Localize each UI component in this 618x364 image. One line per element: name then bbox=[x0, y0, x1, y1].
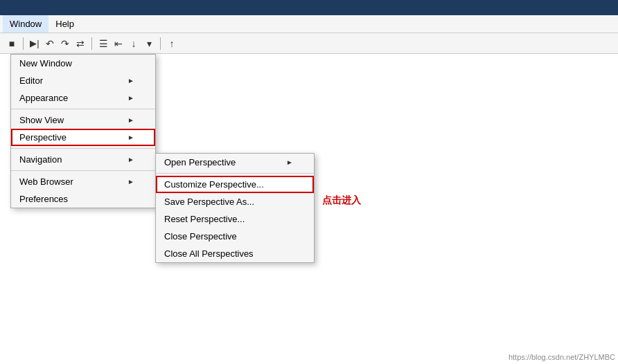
toolbar: ■ ▶| ↶ ↷ ⇄ ☰ ⇤ ↓ ▾ ↑ bbox=[0, 33, 618, 54]
toolbar-dropdown-icon[interactable]: ▾ bbox=[143, 37, 155, 50]
watermark: https://blog.csdn.net/ZHYLMBC bbox=[509, 353, 615, 361]
window-menu: New Window Editor ► Appearance ► Show Vi… bbox=[10, 54, 156, 208]
menu-separator-1 bbox=[11, 109, 155, 109]
toolbar-list-icon[interactable]: ☰ bbox=[97, 37, 109, 50]
arrow-right-icon: ► bbox=[127, 178, 134, 185]
toolbar-sep3 bbox=[160, 37, 161, 50]
menu-item-navigation[interactable]: Navigation ► bbox=[11, 151, 155, 168]
toolbar-refresh1-icon[interactable]: ↶ bbox=[44, 37, 56, 50]
main-content: New Window Editor ► Appearance ► Show Vi… bbox=[0, 54, 618, 364]
toolbar-sep1 bbox=[23, 37, 24, 50]
submenu-reset-perspective[interactable]: Reset Perspective... bbox=[156, 210, 314, 228]
menu-item-appearance[interactable]: Appearance ► bbox=[11, 89, 155, 107]
submenu-save-perspective-as[interactable]: Save Perspective As... bbox=[156, 193, 314, 210]
menu-item-editor[interactable]: Editor ► bbox=[11, 72, 155, 89]
arrow-right-icon: ► bbox=[127, 94, 134, 102]
menu-separator-3 bbox=[11, 170, 155, 171]
menu-item-new-window[interactable]: New Window bbox=[11, 55, 155, 72]
toolbar-up-icon[interactable]: ↑ bbox=[166, 37, 178, 50]
toolbar-sep2 bbox=[91, 37, 92, 50]
submenu-close-perspective[interactable]: Close Perspective bbox=[156, 228, 314, 245]
toolbar-backtab-icon[interactable]: ⇤ bbox=[112, 37, 125, 50]
arrow-right-icon: ► bbox=[286, 158, 293, 166]
submenu-customize-perspective[interactable]: Customize Perspective... bbox=[156, 176, 314, 193]
arrow-right-icon: ► bbox=[127, 156, 134, 163]
arrow-right-icon: ► bbox=[127, 134, 134, 141]
toolbar-down-icon[interactable]: ↓ bbox=[127, 37, 140, 50]
submenu-open-perspective[interactable]: Open Perspective ► bbox=[156, 154, 314, 171]
annotation-text: 点击进入 bbox=[322, 194, 361, 207]
arrow-right-icon: ► bbox=[127, 77, 134, 84]
toolbar-swap-icon[interactable]: ⇄ bbox=[74, 37, 87, 50]
toolbar-refresh2-icon[interactable]: ↷ bbox=[59, 37, 71, 50]
menu-separator-2 bbox=[11, 148, 155, 149]
menu-item-show-view[interactable]: Show View ► bbox=[11, 111, 155, 129]
menu-item-perspective[interactable]: Perspective ► bbox=[11, 129, 155, 146]
arrow-right-icon: ► bbox=[127, 116, 134, 124]
menu-item-web-browser[interactable]: Web Browser ► bbox=[11, 173, 155, 190]
submenu-separator-1 bbox=[156, 173, 314, 174]
toolbar-run-icon[interactable]: ▶| bbox=[28, 37, 41, 50]
title-bar bbox=[0, 0, 618, 15]
menu-window[interactable]: Window bbox=[3, 15, 48, 33]
menu-bar: Window Help bbox=[0, 15, 618, 33]
menu-item-preferences[interactable]: Preferences bbox=[11, 190, 155, 208]
menu-help[interactable]: Help bbox=[48, 15, 81, 33]
perspective-submenu: Open Perspective ► Customize Perspective… bbox=[155, 153, 315, 263]
toolbar-stop-icon[interactable]: ■ bbox=[6, 37, 18, 50]
submenu-close-all-perspectives[interactable]: Close All Perspectives bbox=[156, 245, 314, 262]
